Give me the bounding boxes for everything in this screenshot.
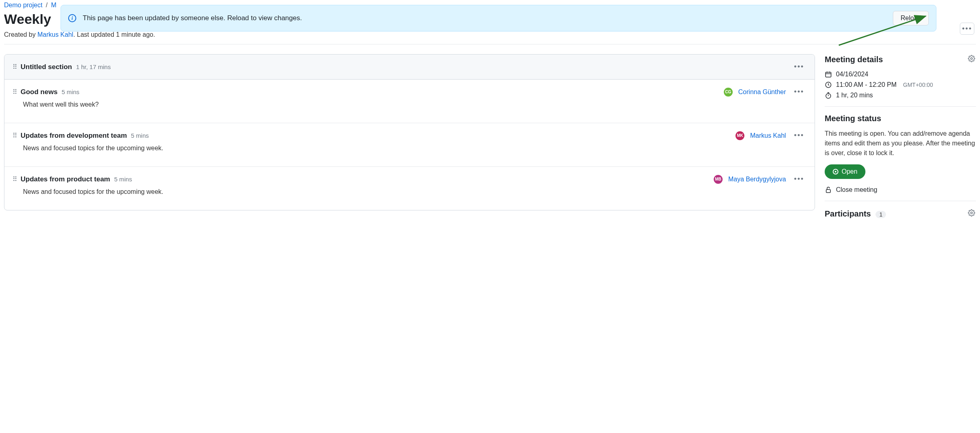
svg-point-0 xyxy=(971,58,973,60)
drag-handle-icon[interactable]: ⠿ xyxy=(13,132,17,139)
meta-author[interactable]: Markus Kahl xyxy=(38,31,73,38)
page-meta: Created by Markus Kahl. Last updated 1 m… xyxy=(4,31,976,38)
detail-timezone: GMT+00:00 xyxy=(903,82,933,88)
detail-date-row: 04/16/2024 xyxy=(825,71,976,78)
close-meeting-label: Close meeting xyxy=(836,186,877,193)
section-title: Untitled section xyxy=(21,63,72,71)
meeting-details-heading: Meeting details xyxy=(825,55,883,64)
detail-duration-row: 1 hr, 20 mins xyxy=(825,92,976,99)
detail-duration: 1 hr, 20 mins xyxy=(836,92,873,99)
section-header: ⠿ Untitled section 1 hr, 17 mins ••• xyxy=(4,55,815,80)
svg-point-11 xyxy=(971,212,973,214)
agenda-duration: 5 mins xyxy=(131,132,149,139)
detail-date: 04/16/2024 xyxy=(836,71,868,78)
breadcrumb-separator: / xyxy=(46,2,48,8)
breadcrumb-project[interactable]: Demo project xyxy=(4,2,42,8)
drag-handle-icon[interactable]: ⠿ xyxy=(13,88,17,96)
side-divider xyxy=(825,106,976,107)
agenda-section: ⠿ Untitled section 1 hr, 17 mins ••• ⠿ G… xyxy=(4,54,815,210)
banner-message: This page has been updated by someone el… xyxy=(83,14,302,22)
meeting-status-section: Meeting status This meeting is open. You… xyxy=(825,114,976,193)
participants-count: 1 xyxy=(876,211,886,218)
update-banner: i This page has been updated by someone … xyxy=(61,5,936,32)
svg-rect-10 xyxy=(826,189,831,193)
agenda-title: Updates from product team xyxy=(21,175,110,183)
agenda-more-button[interactable]: ••• xyxy=(792,130,807,141)
status-text: This meeting is open. You can add/remove… xyxy=(825,129,976,158)
open-dot-icon xyxy=(833,169,838,174)
stopwatch-icon xyxy=(825,92,832,99)
reload-button[interactable]: Reload xyxy=(893,11,929,25)
agenda-body: News and focused topics for the upcoming… xyxy=(23,145,807,152)
drag-handle-icon[interactable]: ⠿ xyxy=(13,175,17,183)
agenda-item: ⠿ Updates from development team 5 mins M… xyxy=(4,123,815,167)
meeting-details-section: Meeting details 04/16/2024 11:00 AM - 12… xyxy=(825,54,976,99)
participants-heading: Participants xyxy=(825,209,871,218)
assignee-link[interactable]: Markus Kahl xyxy=(750,132,786,139)
detail-time-row: 11:00 AM - 12:20 PM GMT+00:00 xyxy=(825,81,976,88)
gear-icon[interactable] xyxy=(967,208,976,219)
agenda-item: ⠿ Good news 5 mins CG Corinna Günther ••… xyxy=(4,80,815,123)
agenda-more-button[interactable]: ••• xyxy=(792,174,807,184)
detail-time: 11:00 AM - 12:20 PM xyxy=(836,81,896,88)
agenda-item: ⠿ Updates from product team 5 mins MB Ma… xyxy=(4,167,815,210)
agenda-duration: 5 mins xyxy=(114,176,132,183)
breadcrumb-current[interactable]: M xyxy=(51,2,56,8)
drag-handle-icon[interactable]: ⠿ xyxy=(13,63,17,71)
clock-icon xyxy=(825,81,832,88)
section-duration: 1 hr, 17 mins xyxy=(76,63,111,70)
agenda-more-button[interactable]: ••• xyxy=(792,87,807,97)
meta-prefix: Created by xyxy=(4,31,38,38)
participants-section: Participants 1 xyxy=(825,208,976,219)
agenda-body: News and focused topics for the upcoming… xyxy=(23,188,807,195)
avatar: MK xyxy=(736,131,744,140)
agenda-body: What went well this week? xyxy=(23,101,807,108)
avatar: MB xyxy=(714,175,723,184)
agenda-title: Good news xyxy=(21,88,58,96)
side-divider xyxy=(825,201,976,201)
assignee-link[interactable]: Corinna Günther xyxy=(738,88,786,96)
gear-icon[interactable] xyxy=(967,54,976,65)
page-more-button[interactable]: ••• xyxy=(960,23,974,35)
unlock-icon xyxy=(825,186,832,193)
meta-suffix: . Last updated 1 minute ago. xyxy=(73,31,155,38)
header-divider xyxy=(4,44,976,44)
open-label: Open xyxy=(842,168,857,175)
close-meeting-button[interactable]: Close meeting xyxy=(825,186,877,193)
info-icon: i xyxy=(68,14,76,22)
svg-rect-1 xyxy=(825,72,831,77)
agenda-duration: 5 mins xyxy=(62,88,79,95)
assignee-link[interactable]: Maya Berdygylyjova xyxy=(728,176,786,183)
agenda-title: Updates from development team xyxy=(21,132,127,140)
meeting-status-heading: Meeting status xyxy=(825,114,881,123)
avatar: CG xyxy=(724,88,733,97)
calendar-icon xyxy=(825,71,832,78)
section-more-button[interactable]: ••• xyxy=(792,62,807,72)
open-status-button[interactable]: Open xyxy=(825,164,865,179)
